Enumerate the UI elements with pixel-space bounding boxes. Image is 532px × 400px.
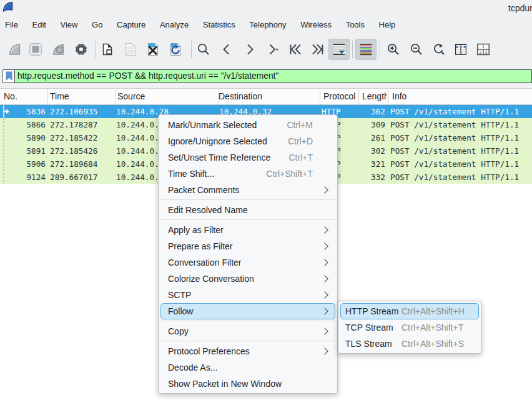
menu-item-copy[interactable]: Copy xyxy=(160,323,335,339)
menu-item-shortcut: Ctrl+Alt+Shift+S xyxy=(401,339,464,349)
menu-item-label: Time Shift... xyxy=(161,169,214,179)
menu-item-http-stream[interactable]: HTTP StreamCtrl+Alt+Shift+H xyxy=(340,303,479,319)
menu-item-tls-stream[interactable]: TLS StreamCtrl+Alt+Shift+S xyxy=(340,336,479,352)
open-file-button[interactable] xyxy=(97,39,118,60)
column-resize-handle[interactable] xyxy=(218,89,219,104)
menu-item-label: Colorize Conversation xyxy=(161,274,254,284)
layout-123-button[interactable]: 1 2 3 xyxy=(473,39,494,60)
menubar-item-tools[interactable]: Tools xyxy=(338,16,372,34)
menu-item-packet-comments[interactable]: Packet Comments xyxy=(160,182,335,198)
menu-item-label: Follow xyxy=(161,306,193,316)
gear-icon xyxy=(74,42,89,57)
display-filter-input[interactable]: http.request.method == POST && http.requ… xyxy=(14,69,532,83)
go-first-packet-button[interactable] xyxy=(285,39,306,60)
go-forward-button[interactable] xyxy=(239,39,260,60)
find-packet-button[interactable] xyxy=(193,39,214,60)
menubar-item-telephony[interactable]: Telephony xyxy=(242,16,293,34)
menu-item-shortcut: Ctrl+Shift+T xyxy=(266,169,313,179)
column-header-destination[interactable]: Destination xyxy=(219,89,317,104)
menubar-item-wireless[interactable]: Wireless xyxy=(293,16,338,34)
menu-item-shortcut: Ctrl+T xyxy=(289,152,313,162)
auto-scroll-toggle-button[interactable] xyxy=(328,39,350,60)
menu-item-label: Show Packet in New Window xyxy=(161,379,282,389)
reload-file-button[interactable]: 01010111 xyxy=(165,39,186,60)
packet-cell-info: POST /v1/statement HTTP/1.1 xyxy=(390,171,531,184)
menu-item-protocol-preferences[interactable]: Protocol Preferences xyxy=(160,343,335,359)
go-back-button[interactable] xyxy=(216,39,237,60)
restart-capture-button[interactable] xyxy=(48,39,69,60)
menu-item-decode-as[interactable]: Decode As... xyxy=(160,359,335,376)
menu-item-label: Decode As... xyxy=(161,362,217,372)
menu-separator xyxy=(161,341,335,341)
packet-cell-time: 272.185426 xyxy=(50,144,112,158)
packet-cell-length: 309 xyxy=(337,118,385,131)
packet-cell-no: 5836 xyxy=(0,105,46,118)
menubar-item-help[interactable]: Help xyxy=(372,16,402,34)
resize-columns-button[interactable] xyxy=(450,39,471,60)
menu-item-label: Packet Comments xyxy=(161,185,239,195)
menubar-item-go[interactable]: Go xyxy=(85,16,110,34)
packet-cell-info: POST /v1/statement HTTP/1.1 xyxy=(390,158,531,171)
menubar: FileEditViewGoCaptureAnalyzeStatisticsTe… xyxy=(0,16,532,34)
menubar-item-file[interactable]: File xyxy=(0,16,25,34)
menu-item-prepare-as-filter[interactable]: Prepare as Filter xyxy=(160,238,335,254)
start-capture-button[interactable] xyxy=(4,39,26,60)
menu-item-sctp[interactable]: SCTP xyxy=(160,287,335,303)
menu-item-follow[interactable]: Follow xyxy=(160,303,335,319)
menubar-item-statistics[interactable]: Statistics xyxy=(195,16,242,34)
save-file-button[interactable]: 010101100111 xyxy=(120,39,141,60)
column-resize-handle[interactable] xyxy=(358,89,359,104)
filter-toolbar: http.request.method == POST && http.requ… xyxy=(0,65,532,88)
packet-list-header[interactable]: No.TimeSourceDestinationProtocolLengthIn… xyxy=(0,88,532,105)
menu-item-tcp-stream[interactable]: TCP StreamCtrl+Alt+Shift+T xyxy=(340,319,479,336)
column-header-length[interactable]: Length xyxy=(362,89,387,104)
last-packet-icon xyxy=(310,42,325,57)
menu-item-label: HTTP Stream xyxy=(341,306,398,316)
menubar-item-view[interactable]: View xyxy=(53,16,85,34)
menu-item-label: Prepare as Filter xyxy=(161,241,232,251)
menu-item-set-unset-time-reference[interactable]: Set/Unset Time ReferenceCtrl+T xyxy=(160,149,335,166)
column-resize-handle[interactable] xyxy=(115,89,116,104)
toolbar-separator xyxy=(191,41,192,58)
filter-bookmark-button[interactable] xyxy=(2,69,14,83)
menu-item-colorize-conversation[interactable]: Colorize Conversation xyxy=(160,271,335,287)
submenu-arrow-icon xyxy=(321,226,328,233)
go-to-packet-button[interactable] xyxy=(262,39,283,60)
menu-item-time-shift[interactable]: Time Shift...Ctrl+Shift+T xyxy=(160,166,335,182)
zoom-in-icon xyxy=(386,42,401,57)
menubar-item-edit[interactable]: Edit xyxy=(25,16,53,34)
menu-separator xyxy=(161,199,335,200)
menu-item-mark-unmark-selected[interactable]: Mark/Unmark SelectedCtrl+M xyxy=(160,117,335,133)
packet-cell-time: 272.106935 xyxy=(50,105,112,118)
menu-item-show-packet-in-new-window[interactable]: Show Packet in New Window xyxy=(160,376,335,392)
stop-capture-button[interactable] xyxy=(25,39,46,60)
titlebar: tcpdump xyxy=(0,0,532,16)
menubar-item-capture[interactable]: Capture xyxy=(110,16,153,34)
packet-cell-no: 5906 xyxy=(0,158,46,171)
column-resize-handle[interactable] xyxy=(388,89,389,104)
zoom-reset-button[interactable] xyxy=(428,39,450,60)
column-header-info[interactable]: Info xyxy=(392,89,517,104)
close-file-button[interactable]: 010011 xyxy=(142,39,164,60)
menu-item-edit-resolved-name[interactable]: Edit Resolved Name xyxy=(160,202,335,218)
packet-cell-no: 5890 xyxy=(0,131,46,144)
go-last-packet-button[interactable] xyxy=(307,39,328,60)
packet-cell-time: 272.178287 xyxy=(50,118,112,131)
capture-options-button[interactable] xyxy=(71,39,92,60)
column-header-no[interactable]: No. xyxy=(4,89,45,104)
zoom-in-button[interactable] xyxy=(383,39,404,60)
menu-item-ignore-unignore-selected[interactable]: Ignore/Unignore SelectedCtrl+D xyxy=(160,133,335,149)
save-file-icon: 010101100111 xyxy=(123,42,138,57)
svg-text:3: 3 xyxy=(485,50,488,54)
menu-item-apply-as-filter[interactable]: Apply as Filter xyxy=(160,222,335,238)
column-header-source[interactable]: Source xyxy=(117,89,215,104)
zoom-out-button[interactable] xyxy=(406,39,427,60)
column-header-protocol[interactable]: Protocol xyxy=(323,89,356,104)
colorize-toggle-button[interactable] xyxy=(355,39,377,60)
column-header-time[interactable]: Time xyxy=(50,89,112,104)
menu-item-conversation-filter[interactable]: Conversation Filter xyxy=(160,254,335,271)
menubar-item-analyze[interactable]: Analyze xyxy=(153,16,196,34)
column-resize-handle[interactable] xyxy=(320,89,320,104)
column-resize-handle[interactable] xyxy=(47,89,48,104)
menu-item-label: Apply as Filter xyxy=(161,225,224,235)
